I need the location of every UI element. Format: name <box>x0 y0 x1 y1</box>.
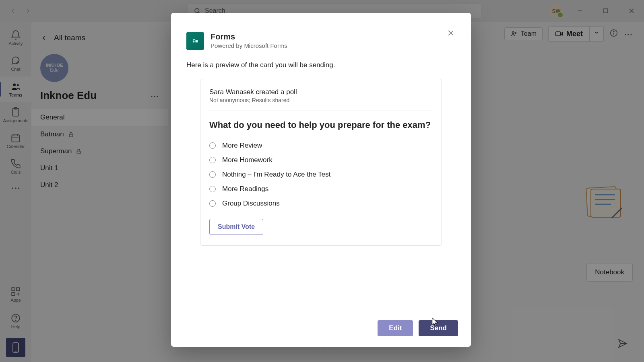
forms-app-icon: F■ <box>186 32 204 50</box>
poll-option[interactable]: Nothing – I'm Ready to Ace the Test <box>209 167 433 182</box>
radio-icon <box>209 157 216 163</box>
edit-button[interactable]: Edit <box>378 320 413 336</box>
poll-option-label: More Review <box>222 142 262 150</box>
radio-icon <box>209 171 216 178</box>
poll-option-label: Nothing – I'm Ready to Ace the Test <box>222 171 330 179</box>
poll-option[interactable]: More Homework <box>209 153 433 167</box>
poll-option-label: More Readings <box>222 185 268 193</box>
poll-creator: Sara Wanasek created a poll <box>209 88 433 96</box>
close-icon <box>447 29 455 37</box>
poll-option[interactable]: More Readings <box>209 182 433 196</box>
radio-icon <box>209 142 216 149</box>
close-button[interactable] <box>444 27 457 39</box>
modal-title: Forms <box>211 32 287 41</box>
poll-question: What do you need to help you prepare for… <box>209 119 433 131</box>
modal-intro: Here is a preview of the card you will b… <box>182 61 460 79</box>
send-button[interactable]: Send <box>419 320 458 336</box>
poll-option-label: Group Discussions <box>222 200 280 208</box>
radio-icon <box>209 186 216 192</box>
modal-subtitle: Powered by Microsoft Forms <box>211 42 287 49</box>
radio-icon <box>209 200 216 207</box>
submit-vote-button[interactable]: Submit Vote <box>209 219 263 235</box>
poll-option[interactable]: Group Discussions <box>209 196 433 211</box>
forms-modal: F■ Forms Powered by Microsoft Forms Here… <box>171 13 471 347</box>
poll-option-label: More Homework <box>222 156 272 164</box>
poll-preview-card: Sara Wanasek created a poll Not anonymou… <box>200 79 442 246</box>
poll-meta: Not anonymous; Results shared <box>209 97 433 103</box>
poll-option[interactable]: More Review <box>209 138 433 153</box>
